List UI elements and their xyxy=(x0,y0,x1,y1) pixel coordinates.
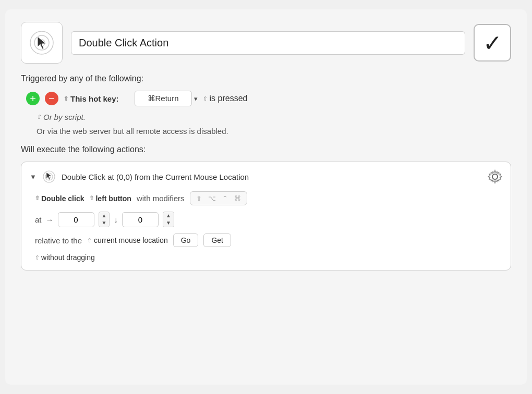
get-button[interactable]: Get xyxy=(203,233,231,247)
svg-marker-3 xyxy=(38,36,46,49)
click-type-row: ⇧ Double click ⇧ left button with modifi… xyxy=(30,191,502,205)
hotkey-row: + − ⇧ This hot key: ⌘Return ▾ ⇧ is press… xyxy=(21,91,511,106)
script-label[interactable]: ⇧ Or by script. xyxy=(37,113,511,121)
action-title-input[interactable] xyxy=(71,31,465,55)
y-stepper[interactable]: ▲ ▼ xyxy=(163,212,174,227)
relative-to-label: relative to the xyxy=(35,236,82,245)
dragging-type-selector[interactable]: ⇧ without dragging xyxy=(35,253,95,262)
key-combo-box: ⌘Return ▾ xyxy=(135,91,198,106)
execute-label: Will execute the following actions: xyxy=(21,145,511,154)
hotkey-label: ⇧ This hot key: xyxy=(64,94,119,103)
command-mod-key[interactable]: ⌘ xyxy=(232,193,244,203)
coordinates-row: at → ▲ ▼ ↓ ▲ ▼ xyxy=(30,212,502,227)
triggered-label: Triggered by any of the following: xyxy=(21,74,511,83)
y-stepper-down[interactable]: ▼ xyxy=(163,219,174,227)
add-trigger-button[interactable]: + xyxy=(26,92,40,105)
action-box: ▼ Double Click at (0,0) from the Current… xyxy=(21,162,511,270)
remove-trigger-button[interactable]: − xyxy=(45,92,58,105)
location-type-selector[interactable]: ⇧ current mouse location xyxy=(87,236,168,244)
x-coordinate-input[interactable] xyxy=(58,212,94,227)
dragging-row: ⇧ without dragging xyxy=(30,253,502,262)
action-type-icon xyxy=(42,169,56,184)
y-coordinate-input[interactable] xyxy=(122,212,159,227)
script-chevron-icon: ⇧ xyxy=(37,114,41,120)
checkmark-button[interactable]: ✓ xyxy=(474,24,511,61)
x-arrow-icon: → xyxy=(46,215,54,224)
go-button[interactable]: Go xyxy=(173,233,199,247)
y-stepper-up[interactable]: ▲ xyxy=(163,212,174,219)
checkmark-icon: ✓ xyxy=(483,30,502,56)
with-modifiers-label: with modifiers xyxy=(137,194,185,203)
hotkey-chevron-icon: ⇧ xyxy=(64,95,68,102)
mouse-click-icon xyxy=(42,170,56,183)
is-pressed-label: ⇧ is pressed xyxy=(203,94,248,103)
button-type-selector[interactable]: ⇧ left button xyxy=(89,194,131,203)
action-header-left: ▼ Double Click at (0,0) from the Current… xyxy=(30,169,249,184)
settings-gear-icon[interactable] xyxy=(488,169,502,184)
x-stepper-up[interactable]: ▲ xyxy=(99,212,110,219)
y-arrow-icon: ↓ xyxy=(114,215,118,224)
at-label: at xyxy=(35,215,42,224)
relative-to-row: relative to the ⇧ current mouse location… xyxy=(30,233,502,247)
is-pressed-chevron-icon: ⇧ xyxy=(203,95,208,102)
main-container: ✓ Triggered by any of the following: + −… xyxy=(5,9,527,385)
action-header: ▼ Double Click at (0,0) from the Current… xyxy=(30,169,502,184)
action-icon-box xyxy=(21,22,63,64)
modifiers-box: ⇧ ⌥ ⌃ ⌘ xyxy=(190,191,247,205)
x-stepper[interactable]: ▲ ▼ xyxy=(99,212,110,227)
key-combo-display[interactable]: ⌘Return xyxy=(135,91,192,106)
control-mod-key[interactable]: ⌃ xyxy=(220,193,231,203)
click-type-chevron-icon: ⇧ xyxy=(35,195,40,202)
cursor-icon xyxy=(28,29,55,56)
x-stepper-down[interactable]: ▼ xyxy=(99,219,110,227)
script-row: ⇧ Or by script. xyxy=(21,113,511,121)
click-type-selector[interactable]: ⇧ Double click xyxy=(35,194,84,203)
header: ✓ xyxy=(21,22,511,64)
svg-point-8 xyxy=(492,174,498,179)
action-description: Double Click at (0,0) from the Current M… xyxy=(62,173,249,181)
collapse-triangle-icon[interactable]: ▼ xyxy=(30,173,37,181)
key-combo-dropdown[interactable]: ▾ xyxy=(194,95,198,103)
location-chevron-icon: ⇧ xyxy=(87,237,92,244)
option-mod-key[interactable]: ⌥ xyxy=(205,193,219,203)
web-server-text: Or via the web server but all remote acc… xyxy=(21,127,511,136)
dragging-chevron-icon: ⇧ xyxy=(35,254,40,261)
shift-mod-key[interactable]: ⇧ xyxy=(194,193,204,203)
button-type-chevron-icon: ⇧ xyxy=(89,195,94,202)
